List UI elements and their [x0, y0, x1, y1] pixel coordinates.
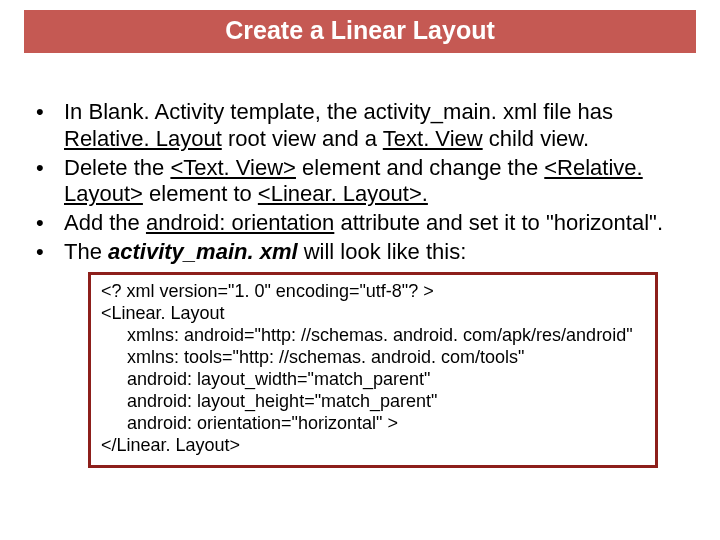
b4-bolditalic-1: activity_main. xml	[108, 239, 298, 264]
code-line-6: android: layout_height="match_parent"	[101, 391, 645, 413]
b2-text-2: element and change the	[296, 155, 544, 180]
b1-text-3: child view.	[483, 126, 589, 151]
b1-text-2: root view and a	[222, 126, 383, 151]
code-line-7: android: orientation="horizontal" >	[101, 413, 645, 435]
code-line-5: android: layout_width="match_parent"	[101, 369, 645, 391]
b4-text-2: will look like this:	[298, 239, 467, 264]
b2-underline-3: <Linear. Layout>.	[258, 181, 428, 206]
code-line-4: xmlns: tools="http: //schemas. android. …	[101, 347, 645, 369]
b2-text-3: element to	[143, 181, 258, 206]
b1-underline-1: Relative. Layout	[64, 126, 222, 151]
b1-text-1: In Blank. Activity template, the activit…	[64, 99, 613, 124]
code-line-3: xmlns: android="http: //schemas. android…	[101, 325, 645, 347]
code-box: <? xml version="1. 0" encoding="utf-8"? …	[88, 272, 658, 468]
b2-underline-1: <Text. View>	[170, 155, 296, 180]
code-line-1: <? xml version="1. 0" encoding="utf-8"? …	[101, 281, 645, 303]
bullet-item-2: Delete the <Text. View> element and chan…	[64, 155, 692, 209]
bullet-item-1: In Blank. Activity template, the activit…	[64, 99, 692, 153]
bullet-item-3: Add the android: orientation attribute a…	[64, 210, 692, 237]
b3-underline-1: android: orientation	[146, 210, 334, 235]
code-line-8: </Linear. Layout>	[101, 435, 645, 457]
bullet-list: In Blank. Activity template, the activit…	[28, 99, 692, 266]
content-area: In Blank. Activity template, the activit…	[0, 53, 720, 468]
b3-text-2: attribute and set it to "horizontal".	[334, 210, 663, 235]
b1-underline-2: Text. View	[383, 126, 483, 151]
bullet-item-4: The activity_main. xml will look like th…	[64, 239, 692, 266]
b4-text-1: The	[64, 239, 108, 264]
page-title: Create a Linear Layout	[225, 16, 495, 44]
code-line-2: <Linear. Layout	[101, 303, 645, 325]
b3-text-1: Add the	[64, 210, 146, 235]
b2-text-1: Delete the	[64, 155, 170, 180]
title-bar: Create a Linear Layout	[24, 10, 696, 53]
